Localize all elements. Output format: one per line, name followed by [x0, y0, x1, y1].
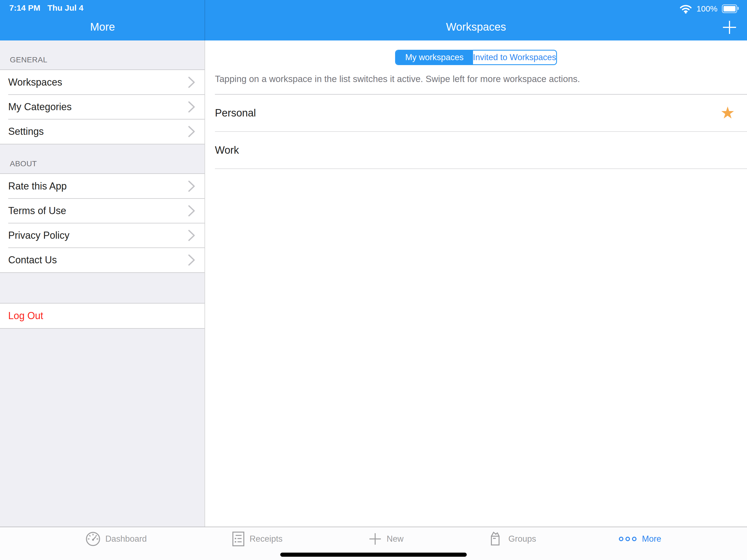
favorite-star-icon: ★: [720, 105, 735, 121]
status-time: 7:14 PM: [9, 3, 40, 12]
menu-item-label: Contact Us: [8, 254, 188, 266]
tab-label: Groups: [508, 534, 536, 544]
chevron-right-icon: [188, 254, 195, 266]
tab-label: More: [642, 534, 662, 544]
logout-button[interactable]: Log Out: [0, 304, 205, 328]
tab-receipts[interactable]: Receipts: [232, 531, 283, 547]
chevron-right-icon: [188, 76, 195, 88]
more-menu-panel: GENERAL Workspaces My Categories Setting…: [0, 41, 205, 527]
menu-item-contact-us[interactable]: Contact Us: [0, 248, 205, 272]
chevron-right-icon: [188, 101, 195, 113]
battery-percent: 100%: [696, 4, 718, 14]
logout-group: Log Out: [0, 303, 205, 329]
general-group: Workspaces My Categories Settings: [0, 70, 205, 144]
spacer: [0, 273, 205, 303]
plus-icon: [722, 20, 737, 35]
workspaces-panel: My workspaces Invited to Workspaces Tapp…: [205, 41, 747, 527]
chevron-right-icon: [188, 180, 195, 192]
left-nav-header: 7:14 PM Thu Jul 4 More: [0, 0, 205, 41]
battery-icon: [722, 4, 737, 13]
tab-dashboard[interactable]: Dashboard: [85, 531, 147, 547]
section-header-general: GENERAL: [0, 56, 205, 64]
workspace-filter-segmented: My workspaces Invited to Workspaces: [395, 50, 557, 65]
statusbar-left: 7:14 PM Thu Jul 4: [9, 3, 83, 12]
workspace-row-work[interactable]: Work: [205, 132, 747, 169]
workspace-name: Work: [215, 144, 735, 156]
statusbar-right: 100%: [679, 4, 737, 14]
app-root: 7:14 PM Thu Jul 4 More Workspaces 100%: [0, 0, 747, 560]
chevron-right-icon: [188, 229, 195, 241]
menu-item-terms-of-use[interactable]: Terms of Use: [0, 199, 205, 223]
chevron-right-icon: [188, 126, 195, 137]
tab-new[interactable]: New: [368, 531, 404, 547]
menu-item-settings[interactable]: Settings: [0, 119, 205, 144]
plus-icon: [368, 532, 382, 545]
menu-item-label: Settings: [8, 126, 188, 137]
about-group: Rate this App Terms of Use Privacy Polic…: [0, 173, 205, 273]
menu-item-label: Privacy Policy: [8, 230, 188, 241]
menu-item-label: Rate this App: [8, 180, 188, 192]
tab-label: New: [387, 534, 404, 544]
right-page-title: Workspaces: [205, 21, 747, 33]
chevron-right-icon: [188, 205, 195, 217]
tab-more[interactable]: More: [618, 531, 662, 547]
menu-item-label: Terms of Use: [8, 205, 188, 217]
box-icon: [488, 531, 504, 546]
workspace-hint-text: Tapping on a workspace in the list switc…: [205, 65, 747, 94]
menu-item-privacy-policy[interactable]: Privacy Policy: [0, 223, 205, 248]
wifi-icon: [679, 4, 692, 14]
gauge-icon: [85, 532, 100, 546]
right-nav-header: Workspaces 100%: [205, 0, 747, 41]
add-workspace-button[interactable]: [721, 19, 738, 35]
menu-item-label: My Categories: [8, 101, 188, 113]
menu-item-rate-this-app[interactable]: Rate this App: [0, 174, 205, 199]
logout-label: Log Out: [8, 310, 195, 322]
menu-item-my-categories[interactable]: My Categories: [0, 95, 205, 119]
left-page-title: More: [0, 21, 205, 33]
ellipsis-icon: [618, 536, 637, 542]
section-header-about: ABOUT: [0, 160, 205, 168]
home-indicator[interactable]: [280, 553, 467, 557]
separator: [215, 169, 747, 169]
menu-item-workspaces[interactable]: Workspaces: [0, 70, 205, 95]
tab-label: Receipts: [250, 534, 283, 544]
segment-invited-to-workspaces[interactable]: Invited to Workspaces: [473, 51, 556, 64]
tab-label: Dashboard: [105, 534, 147, 544]
receipt-icon: [232, 531, 245, 546]
status-date: Thu Jul 4: [47, 3, 83, 12]
menu-item-label: Workspaces: [8, 77, 188, 88]
segment-my-workspaces[interactable]: My workspaces: [396, 51, 473, 64]
workspace-row-personal[interactable]: Personal ★: [205, 95, 747, 131]
tab-groups[interactable]: Groups: [488, 531, 536, 547]
workspace-name: Personal: [215, 107, 720, 119]
